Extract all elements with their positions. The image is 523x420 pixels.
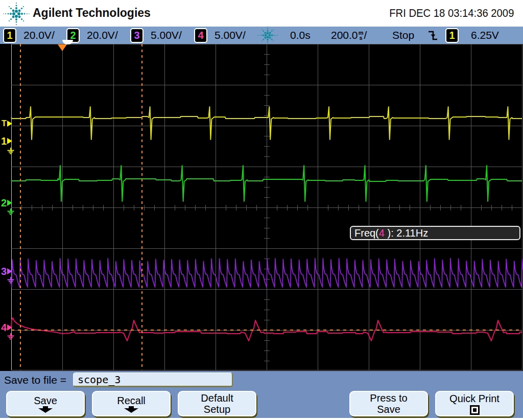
channel-3-badge: 3 (130, 28, 144, 43)
trigger-level-readout: 6.25V (471, 29, 499, 41)
channel-4-badge: 4 (194, 28, 207, 43)
save-softkey[interactable]: Save (6, 391, 85, 416)
scope-display (0, 44, 523, 371)
right-triangle-icon (7, 324, 12, 331)
brand-title: Agilent Technologies (33, 6, 151, 20)
agilent-logo-icon (2, 1, 31, 27)
recall-softkey[interactable]: Recall (92, 391, 171, 416)
freq-channel: 4 (379, 227, 385, 239)
trigger-source-badge: 1 (445, 28, 459, 43)
print-square-icon (470, 405, 480, 415)
right-triangle-icon (7, 268, 12, 274)
quick-print-softkey[interactable]: Quick Print (435, 391, 514, 416)
trigger-time-marker (58, 44, 67, 51)
channel-4-scale: 5.00V/ (215, 29, 246, 41)
channel-1-ground-marker: 1 (1, 136, 12, 146)
filename-input[interactable]: scope_3 (73, 372, 233, 387)
freq-measurement-box: Freq(4 ): 2.11Hz (350, 226, 520, 240)
channel-1-scale: 20.0V/ (23, 29, 55, 41)
channel-3-ground-marker: 3 (1, 267, 12, 276)
ground-icon (6, 148, 15, 154)
channel-2-ground-marker: 2 (1, 198, 12, 207)
right-triangle-icon (7, 200, 12, 206)
delay-readout: 0.0s (290, 29, 311, 41)
trigger-falling-edge-icon (428, 30, 438, 41)
softkey-panel: Save to file = scope_3 Save Recall Defau… (0, 371, 523, 420)
timebase-readout: 200.0ms/ (331, 29, 367, 41)
trigger-level-marker: T (2, 119, 12, 128)
freq-value: ): 2.11Hz (385, 227, 428, 239)
bottom-edge (0, 418, 523, 420)
channel-2-scale: 20.0V/ (87, 29, 118, 41)
status-bar: 1 20.0V/ 2 20.0V/ 3 5.00V/ 4 5.00V/ 0.0s… (0, 27, 523, 44)
default-setup-softkey[interactable]: Default Setup (178, 391, 256, 416)
freq-label: Freq( (354, 227, 379, 239)
save-to-file-label: Save to file = (4, 374, 66, 386)
ground-icon (6, 208, 15, 215)
header-bar: Agilent Technologies FRI DEC 18 03:14:36… (0, 0, 523, 27)
press-to-save-softkey[interactable]: Press to Save (349, 391, 428, 416)
waveform-ch3 (11, 259, 523, 288)
down-arrow-icon (124, 406, 139, 413)
channel-1-badge: 1 (3, 28, 16, 43)
spark-icon (256, 25, 279, 45)
channel-4-ground-marker: 4 (1, 323, 12, 332)
waveform-graticule (0, 44, 523, 371)
run-state: Stop (392, 29, 414, 41)
clock-datetime: FRI DEC 18 03:14:36 2009 (389, 7, 514, 20)
down-arrow-icon (38, 406, 53, 413)
channel-3-scale: 5.00V/ (151, 29, 182, 41)
right-triangle-icon (7, 121, 12, 127)
right-triangle-icon (7, 138, 12, 144)
ground-icon (6, 333, 15, 340)
ground-icon (6, 277, 15, 284)
